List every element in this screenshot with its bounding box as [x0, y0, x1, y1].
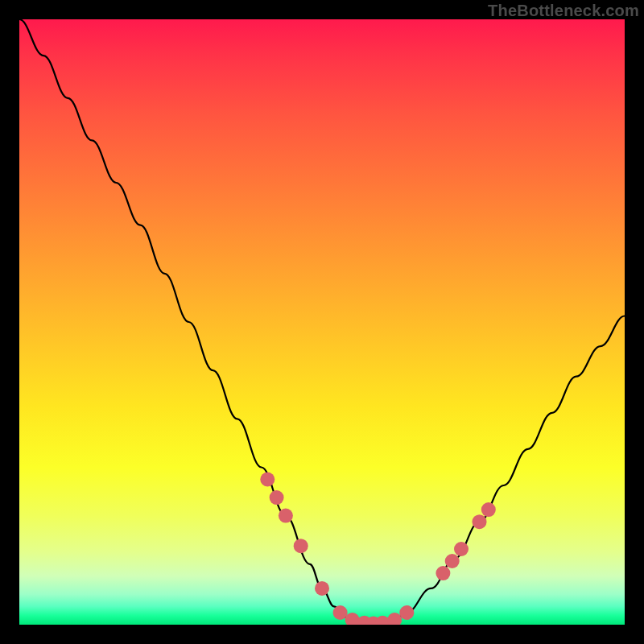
chart-frame [19, 19, 625, 625]
gradient-plot-area [19, 19, 625, 625]
watermark-text: TheBottleneck.com [488, 2, 639, 20]
